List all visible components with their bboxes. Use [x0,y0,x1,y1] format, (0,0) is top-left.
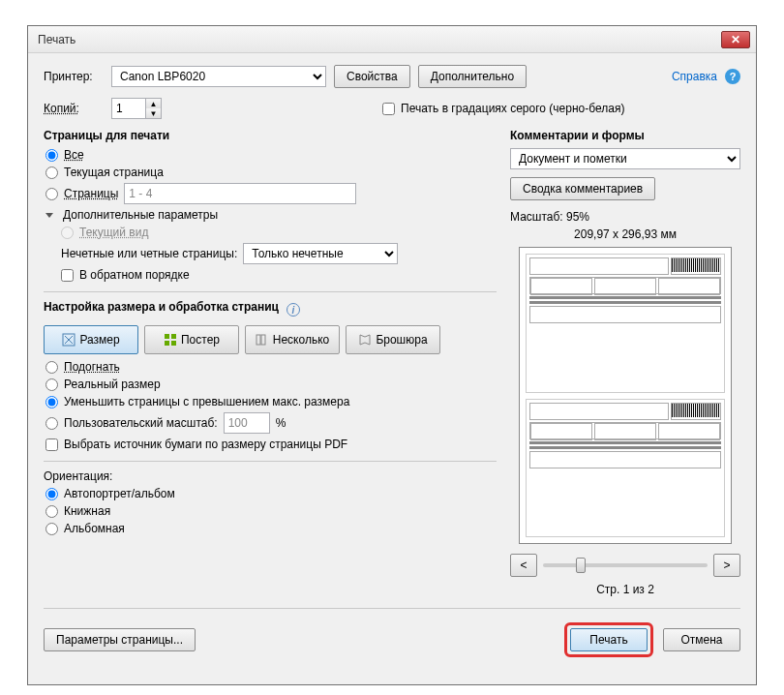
actual-row[interactable]: Реальный размер [45,378,497,391]
custom-scale-unit: % [276,416,286,430]
spinner-down-icon[interactable]: ▼ [146,108,161,118]
comments-select[interactable]: Документ и пометки [510,148,740,169]
page-setup-button[interactable]: Параметры страницы... [44,628,196,651]
help-icon[interactable]: ? [725,69,740,84]
multiple-icon [256,333,269,347]
pages-current-row[interactable]: Текущая страница [45,166,497,179]
slider-thumb[interactable] [576,558,586,573]
odd-even-label: Нечетные или четные страницы: [61,247,237,260]
current-view-radio [61,227,74,239]
custom-scale-radio[interactable] [45,417,58,430]
pages-all-row[interactable]: Все [45,148,497,162]
window-title: Печать [38,33,721,46]
multiple-tab[interactable]: Несколько [245,325,340,354]
custom-scale-row: Пользовательский масштаб: % [45,412,497,434]
shrink-label: Уменьшить страницы с превышением макс. р… [64,395,349,408]
poster-tab[interactable]: Постер [144,325,239,354]
pages-section-title: Страницы для печати [44,129,497,142]
preview-page-2 [526,399,725,538]
svg-rect-3 [165,341,169,346]
pages-all-label: Все [64,148,84,162]
page-indicator: Стр. 1 из 2 [510,583,740,596]
close-icon: ✕ [731,33,740,46]
current-view-label: Текущий вид [79,226,148,239]
orient-portrait-row[interactable]: Книжная [45,504,497,518]
pages-range-input[interactable] [124,183,356,204]
pages-range-radio[interactable] [45,188,58,200]
orient-portrait-radio[interactable] [45,505,58,518]
custom-scale-label: Пользовательский масштаб: [64,416,218,430]
print-preview [519,247,732,544]
pages-current-label: Текущая страница [64,166,164,179]
size-tab[interactable]: Размер [44,325,138,354]
more-options-toggle[interactable]: Дополнительные параметры [45,208,497,222]
size-icon [62,333,75,347]
shrink-radio[interactable] [45,396,58,408]
paper-source-checkbox[interactable] [45,438,58,451]
print-highlight: Печать [564,622,653,657]
reverse-label: В обратном порядке [79,268,190,282]
preview-nav: < > [510,554,740,577]
close-button[interactable]: ✕ [721,31,750,48]
svg-rect-1 [165,334,169,339]
orient-auto-radio[interactable] [45,488,58,500]
odd-even-row: Нечетные или четные страницы: Только неч… [61,243,497,264]
fit-label: Подогнать [64,360,120,374]
poster-icon [164,333,177,347]
booklet-icon [358,333,372,347]
shrink-row[interactable]: Уменьшить страницы с превышением макс. р… [45,395,497,408]
orient-auto-label: Автопортрет/альбом [64,487,175,500]
printer-select[interactable]: Canon LBP6020 [111,66,326,87]
prev-page-button[interactable]: < [510,554,537,577]
disclosure-icon [45,213,53,218]
current-view-row[interactable]: Текущий вид [61,226,497,239]
advanced-button[interactable]: Дополнительно [418,65,527,88]
titlebar: Печать ✕ [28,26,756,53]
summary-button[interactable]: Сводка комментариев [510,177,655,200]
copies-input[interactable] [112,99,145,118]
svg-rect-5 [256,335,260,345]
help-link[interactable]: Справка [672,70,717,83]
paper-source-row[interactable]: Выбрать источник бумаги по размеру стран… [45,438,497,451]
printer-label: Принтер: [44,70,104,83]
comments-section-title: Комментарии и формы [510,129,740,142]
orient-auto-row[interactable]: Автопортрет/альбом [45,487,497,500]
reverse-row[interactable]: В обратном порядке [61,268,497,282]
sizing-section-title: Настройка размера и обработка страниц [44,300,279,314]
scale-label: Масштаб: 95% [510,210,740,224]
fit-row[interactable]: Подогнать [45,360,497,374]
fit-radio[interactable] [45,361,58,374]
grayscale-checkbox[interactable] [382,103,395,115]
orient-landscape-radio[interactable] [45,523,58,535]
custom-scale-input[interactable] [224,412,270,434]
booklet-tab[interactable]: Брошюра [346,325,440,354]
spinner-up-icon[interactable]: ▲ [146,99,161,108]
properties-button[interactable]: Свойства [334,65,410,88]
odd-even-select[interactable]: Только нечетные [243,243,398,264]
orient-portrait-label: Книжная [64,504,110,518]
actual-label: Реальный размер [64,378,161,391]
zoom-slider[interactable] [543,563,708,567]
pages-current-radio[interactable] [45,166,58,179]
next-page-button[interactable]: > [713,554,740,577]
print-dialog: Печать ✕ Принтер: Canon LBP6020 Свойства… [27,25,757,685]
pages-range-row: Страницы [45,183,497,204]
pages-all-radio[interactable] [45,149,58,162]
reverse-checkbox[interactable] [61,269,74,282]
grayscale-label: Печать в градациях серого (черно-белая) [401,102,624,115]
svg-rect-6 [261,335,265,345]
pages-range-label: Страницы [64,187,118,200]
more-options-label: Дополнительные параметры [63,208,218,222]
orientation-title: Ориентация: [44,469,497,483]
info-icon[interactable]: i [286,303,300,317]
svg-rect-4 [171,341,176,346]
copies-label: Копий: [44,102,104,115]
grayscale-checkbox-row[interactable]: Печать в градациях серого (черно-белая) [382,102,624,115]
copies-spinner[interactable]: ▲▼ [111,98,162,119]
orient-landscape-label: Альбомная [64,522,125,535]
actual-radio[interactable] [45,378,58,391]
cancel-button[interactable]: Отмена [663,628,740,651]
orient-landscape-row[interactable]: Альбомная [45,522,497,535]
print-button[interactable]: Печать [570,628,648,651]
paper-source-label: Выбрать источник бумаги по размеру стран… [64,438,347,451]
